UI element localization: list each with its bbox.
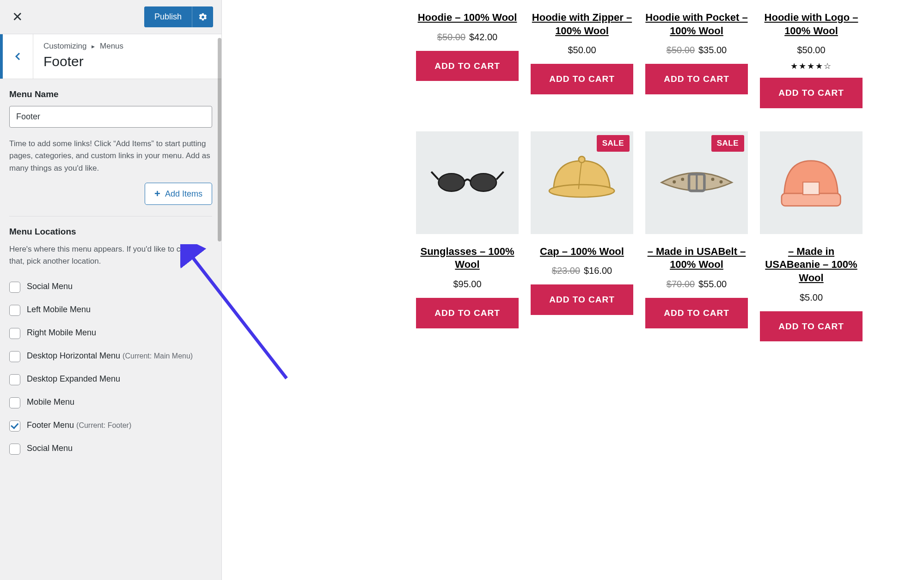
product-title[interactable]: Hoodie with Logo – 100% Wool	[760, 11, 863, 37]
menu-location-label: Social Menu	[27, 281, 73, 292]
scrollbar-thumb[interactable]	[218, 38, 221, 241]
breadcrumb-separator: ▸	[92, 43, 95, 50]
add-to-cart-button[interactable]: ADD TO CART	[645, 298, 748, 328]
publish-settings-button[interactable]	[192, 6, 213, 27]
menu-location-label: Right Mobile Menu	[27, 327, 96, 339]
close-customizer-button[interactable]: ✕	[8, 8, 26, 26]
customizer-panel: ✕ Publish Customizing ▸ Menus Footer	[0, 0, 222, 580]
product-title[interactable]: Hoodie with Pocket – 100% Wool	[645, 11, 748, 37]
menu-location-label: Social Menu	[27, 443, 73, 454]
menu-locations-label: Menu Locations	[9, 227, 212, 237]
add-to-cart-button[interactable]: ADD TO CART	[416, 51, 519, 81]
add-to-cart-button[interactable]: ADD TO CART	[416, 298, 519, 328]
price-sale: $42.00	[469, 32, 497, 42]
product-card: SALE– Made in USABelt – 100% Wool$70.00$…	[645, 131, 748, 328]
product-card: Hoodie with Zipper – 100% Wool$50.00ADD …	[531, 0, 633, 94]
menu-location-row[interactable]: Mobile Menu	[9, 391, 212, 414]
gear-icon	[198, 12, 208, 22]
menu-location-row[interactable]: Desktop Horizontal Menu (Current: Main M…	[9, 345, 212, 368]
publish-button[interactable]: Publish	[144, 6, 192, 27]
price-regular: $50.00	[667, 45, 695, 55]
checkbox[interactable]	[9, 444, 20, 455]
menu-name-input[interactable]	[9, 106, 212, 128]
menu-location-row[interactable]: Social Menu	[9, 437, 212, 460]
breadcrumb: Customizing ▸ Menus	[43, 42, 211, 51]
checkbox[interactable]	[9, 351, 20, 362]
publish-button-group: Publish	[144, 6, 213, 27]
product-card: Hoodie with Logo – 100% Wool$50.00★★★★☆A…	[760, 0, 863, 108]
product-title[interactable]: Hoodie – 100% Wool	[418, 11, 517, 25]
add-to-cart-button[interactable]: ADD TO CART	[531, 64, 633, 94]
back-button[interactable]	[0, 34, 33, 79]
add-to-cart-button[interactable]: ADD TO CART	[760, 78, 863, 108]
menu-name-label: Menu Name	[9, 89, 212, 99]
customizer-section-header: Customizing ▸ Menus Footer	[0, 34, 221, 79]
product-title[interactable]: – Made in USABelt – 100% Wool	[645, 245, 748, 271]
menu-location-label: Footer Menu (Current: Footer)	[27, 420, 131, 431]
product-card: Sunglasses – 100% Wool$95.00ADD TO CART	[416, 131, 519, 328]
product-card: – Made in USABeanie – 100% Wool$5.00ADD …	[760, 131, 863, 341]
add-to-cart-button[interactable]: ADD TO CART	[760, 311, 863, 342]
menu-location-row[interactable]: Desktop Expanded Menu	[9, 368, 212, 391]
checkbox[interactable]	[9, 420, 20, 432]
product-title[interactable]: Cap – 100% Wool	[540, 245, 624, 259]
plus-icon: +	[154, 189, 160, 199]
checkbox[interactable]	[9, 305, 20, 316]
price-single: $5.00	[800, 292, 823, 302]
menu-help-text: Time to add some links! Click “Add Items…	[9, 138, 212, 174]
checkbox[interactable]	[9, 374, 20, 385]
price-regular: $23.00	[552, 265, 580, 276]
customizer-body: Menu Name Time to add some links! Click …	[0, 79, 221, 580]
menu-location-row[interactable]: Right Mobile Menu	[9, 321, 212, 345]
price-sale: $55.00	[698, 279, 727, 289]
add-to-cart-button[interactable]: ADD TO CART	[531, 284, 633, 315]
beanie-icon	[777, 154, 845, 211]
product-price: $95.00	[453, 279, 481, 290]
product-title[interactable]: Hoodie with Zipper – 100% Wool	[531, 11, 633, 37]
sunglasses-icon	[429, 165, 506, 200]
add-items-label: Add Items	[165, 189, 202, 199]
breadcrumb-leaf: Menus	[100, 42, 123, 50]
divider	[9, 216, 212, 216]
menu-locations-sub: Here's where this menu appears. If you'd…	[9, 243, 212, 267]
checkbox[interactable]	[9, 397, 20, 408]
product-image[interactable]	[760, 131, 863, 234]
menu-location-row[interactable]: Left Mobile Menu	[9, 298, 212, 321]
menu-location-row[interactable]: Social Menu	[9, 275, 212, 298]
product-price: $50.00	[568, 45, 596, 56]
price-regular: $70.00	[667, 279, 695, 289]
product-card: Hoodie with Pocket – 100% Wool$50.00$35.…	[645, 0, 748, 94]
product-price: $50.00	[797, 45, 825, 56]
product-grid: Hoodie – 100% Wool$50.00$42.00ADD TO CAR…	[416, 0, 906, 341]
product-image[interactable]: SALE	[645, 131, 748, 234]
product-rating: ★★★★☆	[790, 61, 832, 71]
menu-location-row[interactable]: Footer Menu (Current: Footer)	[9, 414, 212, 437]
product-image[interactable]: SALE	[531, 131, 633, 234]
menu-location-hint: (Current: Main Menu)	[122, 352, 193, 360]
menu-location-label: Left Mobile Menu	[27, 304, 91, 315]
checkbox[interactable]	[9, 282, 20, 293]
menu-location-label: Mobile Menu	[27, 396, 74, 408]
menu-location-hint: (Current: Footer)	[76, 421, 131, 429]
preview-pane: Hoodie – 100% Wool$50.00$42.00ADD TO CAR…	[222, 0, 924, 580]
product-price: $70.00$55.00	[667, 279, 727, 290]
price-single: $50.00	[797, 45, 825, 55]
menu-location-label: Desktop Horizontal Menu (Current: Main M…	[27, 350, 193, 362]
price-sale: $16.00	[584, 265, 612, 276]
price-single: $50.00	[568, 45, 596, 55]
product-card: Hoodie – 100% Wool$50.00$42.00ADD TO CAR…	[416, 0, 519, 81]
product-title[interactable]: – Made in USABeanie – 100% Wool	[760, 245, 863, 285]
product-price: $50.00$35.00	[667, 45, 727, 56]
section-title: Footer	[43, 54, 211, 69]
product-card: SALECap – 100% Wool$23.00$16.00ADD TO CA…	[531, 131, 633, 315]
product-image[interactable]	[416, 131, 519, 234]
checkbox[interactable]	[9, 328, 20, 339]
price-single: $95.00	[453, 279, 481, 289]
breadcrumb-root: Customizing	[43, 42, 87, 50]
add-items-button[interactable]: + Add Items	[145, 183, 212, 205]
product-title[interactable]: Sunglasses – 100% Wool	[416, 245, 519, 271]
menu-locations-list: Social MenuLeft Mobile MenuRight Mobile …	[9, 275, 212, 460]
price-sale: $35.00	[698, 45, 727, 55]
product-price: $50.00$42.00	[437, 32, 497, 43]
add-to-cart-button[interactable]: ADD TO CART	[645, 64, 748, 94]
